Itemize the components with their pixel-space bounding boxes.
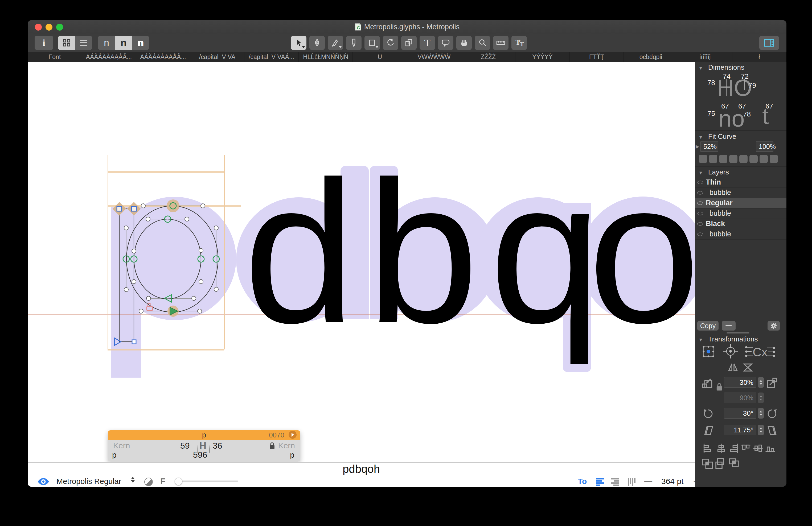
scale-x-field[interactable]: 30% bbox=[724, 377, 756, 388]
writing-direction-icon[interactable]: To bbox=[578, 477, 587, 486]
left-sidebearing-value[interactable]: 59 bbox=[180, 441, 190, 451]
edited-glyph-outline[interactable] bbox=[28, 62, 321, 381]
transform-origin-target-icon[interactable] bbox=[723, 344, 738, 359]
annotate-tool-button[interactable] bbox=[438, 36, 453, 50]
pen-tool-button[interactable] bbox=[309, 36, 325, 50]
grid-view-button[interactable] bbox=[58, 36, 75, 50]
fit-curve-step-button[interactable] bbox=[759, 155, 768, 163]
titlebar[interactable]: G Metropolis.glyphs - Metropolis bbox=[28, 20, 786, 34]
scale-y-stepper[interactable] bbox=[758, 392, 764, 403]
pencil-tool-button[interactable] bbox=[346, 36, 362, 50]
disclosure-down-icon[interactable]: ▼ bbox=[698, 337, 703, 343]
rotate-field[interactable]: 30° bbox=[724, 408, 756, 419]
rotate-stepper[interactable] bbox=[758, 408, 764, 419]
locked-guide-lock-icon[interactable] bbox=[147, 303, 153, 311]
tab-hl-group[interactable]: HLĹĽŁMNŃŇŅÑ bbox=[299, 52, 353, 62]
layer-eye-icon[interactable] bbox=[697, 212, 703, 215]
layer-row-regular-bubble[interactable]: bubble bbox=[695, 208, 786, 219]
subtract-paths-icon[interactable] bbox=[715, 457, 727, 470]
preview-font-select[interactable]: Metropolis Regular bbox=[56, 477, 121, 486]
slant-stepper[interactable] bbox=[758, 425, 764, 435]
list-view-button[interactable] bbox=[75, 36, 92, 50]
fit-curve-header[interactable]: ▼ Fit Curve bbox=[698, 132, 736, 141]
tab-ocbdqpii[interactable]: ocbdqpii bbox=[624, 52, 678, 62]
tab-a-diacritics-2[interactable]: AÁĂÂÄÀĀĄÅÃ... bbox=[136, 52, 190, 62]
align-left-edges-icon[interactable] bbox=[701, 443, 713, 454]
align-bottom-edges-icon[interactable] bbox=[764, 443, 776, 454]
preview-strip[interactable]: pdbqoh bbox=[28, 462, 695, 476]
tab-capital-v-va[interactable]: /capital_V VA bbox=[190, 52, 245, 62]
corner-node[interactable] bbox=[132, 340, 136, 344]
fit-curve-step-button[interactable] bbox=[770, 155, 778, 163]
zoom-level-value[interactable]: 364 pt bbox=[661, 477, 683, 486]
kern-right-label[interactable]: Kern bbox=[278, 441, 295, 450]
align-top-edges-icon[interactable] bbox=[740, 443, 752, 454]
preview-size-slider-track[interactable] bbox=[177, 481, 238, 482]
rotate-tool-button[interactable] bbox=[383, 36, 398, 50]
font-select-stepper[interactable] bbox=[131, 477, 135, 483]
layer-row-black[interactable]: Black bbox=[695, 219, 786, 229]
layer-row-regular[interactable]: Regular bbox=[695, 198, 786, 209]
disclosure-right-icon[interactable]: ▶ bbox=[696, 144, 699, 149]
transform-background-cx-icon[interactable]: Cx bbox=[745, 345, 775, 359]
jump-to-glyph-button[interactable] bbox=[289, 431, 296, 439]
fit-curve-step-button[interactable] bbox=[699, 155, 707, 163]
slant-left-icon[interactable] bbox=[703, 425, 714, 436]
scale-up-icon[interactable] bbox=[766, 377, 778, 389]
fit-curve-step-button[interactable] bbox=[750, 155, 758, 163]
layers-header[interactable]: ▼ Layers bbox=[698, 168, 729, 176]
primitives-tool-button[interactable] bbox=[364, 36, 380, 50]
flip-vertical-icon[interactable] bbox=[742, 362, 754, 373]
transformations-header[interactable]: ▼ Transformations bbox=[698, 335, 758, 343]
disclosure-down-icon[interactable]: ▼ bbox=[698, 170, 703, 176]
copy-layer-button[interactable]: Copy bbox=[697, 321, 719, 331]
layer-row-thin-bubble[interactable]: bubble bbox=[695, 187, 786, 198]
align-right-edges-icon[interactable] bbox=[728, 443, 740, 454]
kern-left-label[interactable]: Kern bbox=[113, 441, 130, 450]
preview-size-slider-knob[interactable] bbox=[175, 478, 183, 485]
scale-y-field[interactable]: 90% bbox=[724, 392, 756, 403]
hand-tool-button[interactable] bbox=[456, 36, 472, 50]
fit-curve-step-button[interactable] bbox=[709, 155, 717, 163]
layer-row-thin[interactable]: Thin bbox=[695, 177, 786, 188]
layer-settings-button[interactable] bbox=[768, 321, 780, 331]
panel-resize-handle[interactable] bbox=[727, 332, 750, 333]
scale-lock-icon[interactable] bbox=[715, 382, 723, 391]
sidebar-toggle-button[interactable] bbox=[759, 36, 779, 50]
tab-y-group[interactable]: YÝŶŸỲ bbox=[516, 52, 570, 62]
tab-capital-v-vaa[interactable]: /capital_V VAÁ... bbox=[244, 52, 299, 62]
fit-curve-min-field[interactable]: 52% bbox=[700, 141, 718, 152]
layer-eye-icon[interactable] bbox=[697, 181, 703, 184]
right-metrics-group[interactable]: p bbox=[290, 450, 294, 460]
features-badge[interactable]: F bbox=[160, 477, 165, 486]
slant-right-icon[interactable] bbox=[767, 425, 778, 436]
select-tool-button[interactable] bbox=[291, 36, 306, 50]
intersect-paths-icon[interactable] bbox=[728, 457, 740, 470]
lock-icon[interactable] bbox=[269, 442, 276, 449]
flip-horizontal-icon[interactable] bbox=[727, 362, 739, 373]
glyph-canvas[interactable]: d b q o bbox=[28, 62, 695, 462]
weight-black-button[interactable]: n bbox=[132, 36, 149, 50]
union-paths-icon[interactable] bbox=[701, 457, 714, 470]
scale-x-stepper[interactable] bbox=[758, 377, 764, 388]
measure-tool-button[interactable] bbox=[493, 36, 508, 50]
remove-layer-button[interactable] bbox=[722, 321, 736, 331]
tab-u[interactable]: U bbox=[353, 52, 407, 62]
contrast-preview-icon[interactable] bbox=[144, 478, 153, 486]
layer-eye-icon[interactable] bbox=[697, 222, 703, 226]
preview-eye-icon[interactable] bbox=[37, 478, 49, 485]
align-center-vertical-icon[interactable] bbox=[752, 443, 764, 454]
font-info-button[interactable]: i bbox=[34, 36, 53, 50]
left-metrics-group[interactable]: p bbox=[112, 450, 117, 460]
text-tool-button[interactable]: T bbox=[420, 36, 435, 50]
tab-i-group[interactable]: iıíîìĩį bbox=[678, 52, 733, 62]
scale-tool-button[interactable] bbox=[401, 36, 417, 50]
weight-thin-button[interactable]: n bbox=[98, 36, 115, 50]
layer-row-black-bubble[interactable]: bubble bbox=[695, 229, 786, 240]
layer-eye-icon[interactable] bbox=[697, 191, 703, 195]
tab-a-diacritics-1[interactable]: AÁĂÂÄÀĀĄÅÃ... bbox=[82, 52, 136, 62]
fit-curve-step-button[interactable] bbox=[719, 155, 727, 163]
layer-eye-icon[interactable] bbox=[697, 232, 703, 236]
tab-lslash[interactable]: ł bbox=[733, 52, 786, 62]
fit-curve-step-button[interactable] bbox=[739, 155, 748, 163]
